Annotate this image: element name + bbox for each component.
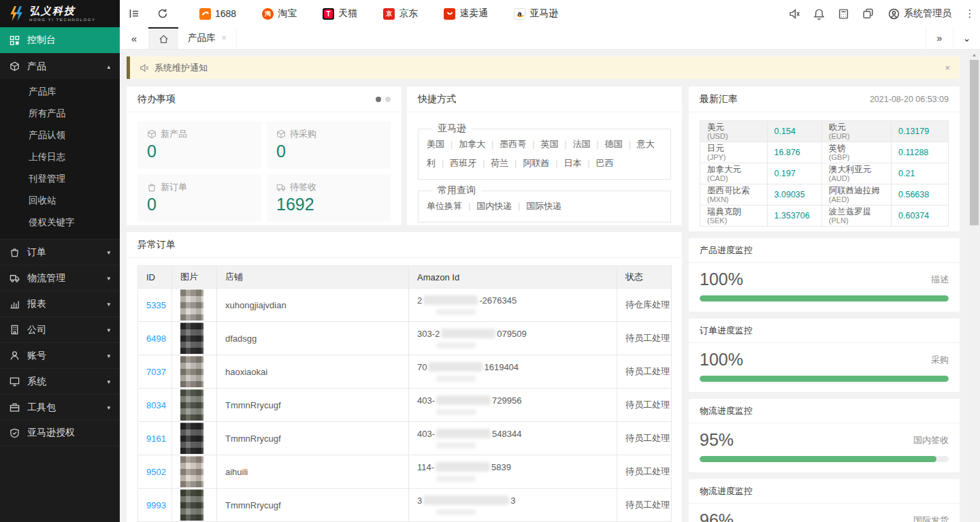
rates-table: 美元(USD) 0.154 欧元(EUR) 0.13179 日元(JPY) 16… xyxy=(700,120,949,227)
shop-name: aihuili xyxy=(225,467,248,477)
order-id-link[interactable]: 9161 xyxy=(146,434,166,444)
order-id-link[interactable]: 6498 xyxy=(146,333,166,344)
link-amazon[interactable]: a 亚马逊 xyxy=(501,0,571,27)
avatar-icon xyxy=(888,8,900,20)
tab-close-icon[interactable]: × xyxy=(222,33,227,43)
stat-label: 新订单 xyxy=(161,181,187,193)
stat-to-purchase[interactable]: 待采购 0 xyxy=(267,121,391,169)
sidebar-item-system[interactable]: 系统 ▾ xyxy=(0,368,120,394)
shop-name: TmmnRrycugf xyxy=(225,434,281,444)
sidebar-item-recycle-bin[interactable]: 回收站 xyxy=(0,190,120,212)
query-link-unit-convert[interactable]: 单位换算 xyxy=(427,201,462,211)
country-link[interactable]: 巴西 xyxy=(596,158,614,168)
sidebar-item-label: 订单 xyxy=(27,246,46,259)
country-link[interactable]: 法国 xyxy=(573,139,591,149)
link-tmall[interactable]: T 天猫 xyxy=(310,0,370,27)
country-link[interactable]: 墨西哥 xyxy=(500,139,526,149)
stat-awaiting-receipt[interactable]: 待签收 1692 xyxy=(267,174,391,222)
sidebar-item-product-library[interactable]: 产品库 xyxy=(0,81,120,103)
sidebar-item-logistics[interactable]: 物流管理 ▾ xyxy=(0,265,120,291)
amazon-id: 2-2676345 xyxy=(417,295,617,306)
tab-product-library[interactable]: 产品库 × xyxy=(178,27,237,49)
product-thumbnail[interactable] xyxy=(180,356,203,387)
sidebar-item-listing-mgmt[interactable]: 刊登管理 xyxy=(0,168,120,190)
stat-new-orders[interactable]: 新订单 0 xyxy=(137,174,261,222)
divider: | xyxy=(483,159,485,168)
sidebar-item-reports[interactable]: 报表 ▾ xyxy=(0,291,120,316)
product-thumbnail[interactable] xyxy=(180,289,203,321)
country-link[interactable]: 美国 xyxy=(427,139,444,149)
dashboard-icon xyxy=(10,35,20,46)
country-link[interactable]: 日本 xyxy=(564,158,582,168)
country-link[interactable]: 加拿大 xyxy=(459,139,485,149)
truck-icon xyxy=(10,273,20,283)
carousel-dot[interactable] xyxy=(385,97,391,102)
notice-text[interactable]: 系统维护通知 xyxy=(154,62,208,74)
sidebar-item-account[interactable]: 账号 ▾ xyxy=(0,342,120,368)
divider: | xyxy=(491,140,493,149)
link-aliexpress[interactable]: 速卖通 xyxy=(431,0,501,27)
theme-button[interactable] xyxy=(855,0,880,27)
more-menu-button[interactable]: ⋮ xyxy=(960,7,980,20)
sidebar-item-upload-log[interactable]: 上传日志 xyxy=(0,146,120,168)
announcement-button[interactable] xyxy=(782,0,806,27)
chevron-down-icon: ▾ xyxy=(107,301,110,308)
order-id-link[interactable]: 7037 xyxy=(146,367,166,377)
user-menu[interactable]: 系统管理员 xyxy=(880,7,960,20)
vertical-scrollbar[interactable]: ▲ xyxy=(968,50,980,522)
product-thumbnail[interactable] xyxy=(180,456,203,487)
product-thumbnail[interactable] xyxy=(180,323,203,354)
order-id-link[interactable]: 9993 xyxy=(146,500,166,510)
country-link[interactable]: 阿联酋 xyxy=(523,158,549,168)
sidebar-item-orders[interactable]: 订单 ▾ xyxy=(0,239,120,265)
status-badge: 待员工处理 xyxy=(625,366,670,376)
sidebar-item-infringing-keywords[interactable]: 侵权关键字 xyxy=(0,212,120,233)
carousel-dot-active[interactable] xyxy=(376,97,381,102)
product-thumbnail[interactable] xyxy=(180,389,203,421)
collapse-sidebar-button[interactable] xyxy=(120,0,148,27)
brand-logo[interactable]: 弘义科技 HONG YI TECHNOLOGY xyxy=(0,0,120,27)
system-notice-bar: 系统维护通知 × xyxy=(127,56,960,79)
sidebar-item-toolkit[interactable]: 工具包 ▾ xyxy=(0,394,120,420)
query-link-domestic-express[interactable]: 国内快递 xyxy=(476,201,512,211)
refresh-button[interactable] xyxy=(148,0,177,27)
country-link[interactable]: 英国 xyxy=(540,139,558,149)
sidebar-item-label: 工具包 xyxy=(27,402,56,414)
query-link-intl-express[interactable]: 国际快递 xyxy=(526,201,561,211)
country-link[interactable]: 西班牙 xyxy=(450,158,476,168)
sidebar-item-console[interactable]: 控制台 xyxy=(0,27,120,53)
calculator-button[interactable] xyxy=(831,0,855,27)
notice-close-icon[interactable]: × xyxy=(945,63,950,73)
country-link[interactable]: 荷兰 xyxy=(491,158,508,168)
sidebar-item-product-claim[interactable]: 产品认领 xyxy=(0,125,120,146)
col-amazon-id: Amazon Id xyxy=(409,266,617,289)
table-row: 5335 xuhongjiajvdian 2-2676345 待仓库处理 xyxy=(138,289,672,322)
status-badge: 待员工处理 xyxy=(625,333,670,343)
order-id-link[interactable]: 8034 xyxy=(146,400,166,410)
tabs-scroll-right-button[interactable]: » xyxy=(926,27,953,49)
product-thumbnail[interactable] xyxy=(180,423,203,454)
monitor-title: 订单进度监控 xyxy=(689,319,960,343)
country-link[interactable]: 德国 xyxy=(605,139,623,149)
order-id-link[interactable]: 5335 xyxy=(146,300,166,310)
amazon-id: 701619404 xyxy=(417,362,617,372)
sidebar-item-company[interactable]: 公司 ▾ xyxy=(0,316,120,342)
scroll-up-arrow[interactable]: ▲ xyxy=(968,50,980,60)
link-taobao[interactable]: 淘 淘宝 xyxy=(249,0,310,27)
order-id-link[interactable]: 9502 xyxy=(146,467,166,477)
rates-title: 最新汇率 xyxy=(700,93,738,105)
tab-home[interactable] xyxy=(148,27,178,49)
product-thumbnail[interactable] xyxy=(180,489,203,521)
link-1688[interactable]: 1688 xyxy=(186,0,249,27)
stat-new-products[interactable]: 新产品 0 xyxy=(137,121,261,169)
sidebar-item-label: 公司 xyxy=(27,324,46,336)
tabs-more-button[interactable]: ⌄ xyxy=(953,27,980,49)
sidebar-item-all-products[interactable]: 所有产品 xyxy=(0,103,120,125)
sidebar-item-amazon-auth[interactable]: 亚马逊授权 xyxy=(0,420,120,446)
notifications-button[interactable] xyxy=(806,0,831,27)
redacted-blur xyxy=(436,409,476,415)
scrollbar-thumb[interactable] xyxy=(970,60,979,225)
sidebar-item-product[interactable]: 产品 ▴ xyxy=(0,53,120,79)
link-jd[interactable]: 京 京东 xyxy=(370,0,431,27)
tabs-scroll-left-button[interactable]: « xyxy=(120,27,148,49)
